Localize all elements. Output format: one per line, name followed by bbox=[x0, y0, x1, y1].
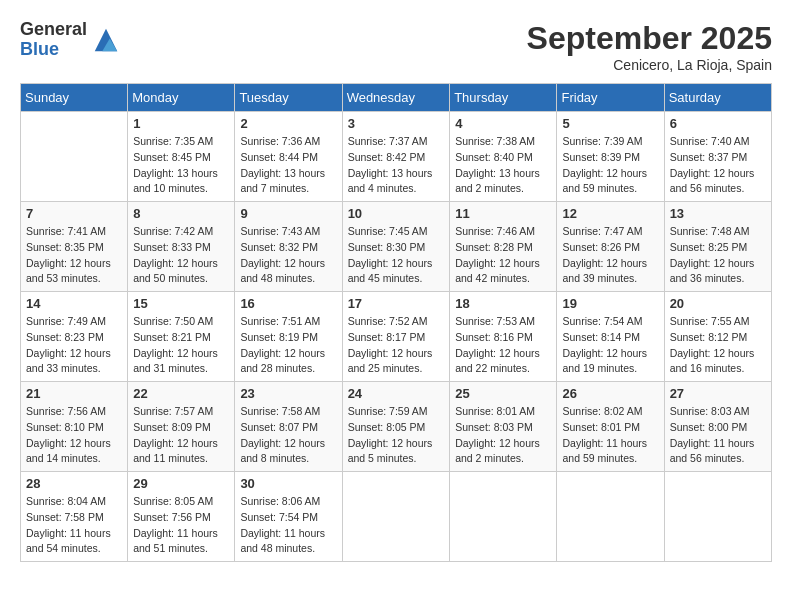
calendar-cell bbox=[21, 112, 128, 202]
location-text: Cenicero, La Rioja, Spain bbox=[527, 57, 772, 73]
day-info: Sunrise: 7:43 AMSunset: 8:32 PMDaylight:… bbox=[240, 224, 336, 287]
day-info: Sunrise: 8:05 AMSunset: 7:56 PMDaylight:… bbox=[133, 494, 229, 557]
logo-general-text: General bbox=[20, 20, 87, 40]
calendar-cell: 24Sunrise: 7:59 AMSunset: 8:05 PMDayligh… bbox=[342, 382, 450, 472]
day-info: Sunrise: 7:55 AMSunset: 8:12 PMDaylight:… bbox=[670, 314, 766, 377]
day-info: Sunrise: 7:49 AMSunset: 8:23 PMDaylight:… bbox=[26, 314, 122, 377]
day-info: Sunrise: 7:59 AMSunset: 8:05 PMDaylight:… bbox=[348, 404, 445, 467]
calendar-cell: 4Sunrise: 7:38 AMSunset: 8:40 PMDaylight… bbox=[450, 112, 557, 202]
calendar-cell: 12Sunrise: 7:47 AMSunset: 8:26 PMDayligh… bbox=[557, 202, 664, 292]
weekday-header: Tuesday bbox=[235, 84, 342, 112]
title-block: September 2025 Cenicero, La Rioja, Spain bbox=[527, 20, 772, 73]
day-info: Sunrise: 8:01 AMSunset: 8:03 PMDaylight:… bbox=[455, 404, 551, 467]
day-info: Sunrise: 7:37 AMSunset: 8:42 PMDaylight:… bbox=[348, 134, 445, 197]
day-number: 28 bbox=[26, 476, 122, 491]
day-number: 27 bbox=[670, 386, 766, 401]
calendar-cell: 1Sunrise: 7:35 AMSunset: 8:45 PMDaylight… bbox=[128, 112, 235, 202]
calendar-cell: 15Sunrise: 7:50 AMSunset: 8:21 PMDayligh… bbox=[128, 292, 235, 382]
day-number: 19 bbox=[562, 296, 658, 311]
day-number: 5 bbox=[562, 116, 658, 131]
logo: General Blue bbox=[20, 20, 121, 60]
day-info: Sunrise: 7:57 AMSunset: 8:09 PMDaylight:… bbox=[133, 404, 229, 467]
calendar-cell: 8Sunrise: 7:42 AMSunset: 8:33 PMDaylight… bbox=[128, 202, 235, 292]
calendar-cell: 21Sunrise: 7:56 AMSunset: 8:10 PMDayligh… bbox=[21, 382, 128, 472]
calendar-cell: 18Sunrise: 7:53 AMSunset: 8:16 PMDayligh… bbox=[450, 292, 557, 382]
day-number: 2 bbox=[240, 116, 336, 131]
month-title: September 2025 bbox=[527, 20, 772, 57]
day-info: Sunrise: 7:41 AMSunset: 8:35 PMDaylight:… bbox=[26, 224, 122, 287]
calendar-cell: 23Sunrise: 7:58 AMSunset: 8:07 PMDayligh… bbox=[235, 382, 342, 472]
calendar-cell bbox=[450, 472, 557, 562]
day-number: 16 bbox=[240, 296, 336, 311]
day-number: 24 bbox=[348, 386, 445, 401]
day-info: Sunrise: 7:53 AMSunset: 8:16 PMDaylight:… bbox=[455, 314, 551, 377]
calendar-cell: 22Sunrise: 7:57 AMSunset: 8:09 PMDayligh… bbox=[128, 382, 235, 472]
day-info: Sunrise: 7:52 AMSunset: 8:17 PMDaylight:… bbox=[348, 314, 445, 377]
calendar-cell: 27Sunrise: 8:03 AMSunset: 8:00 PMDayligh… bbox=[664, 382, 771, 472]
calendar-cell: 7Sunrise: 7:41 AMSunset: 8:35 PMDaylight… bbox=[21, 202, 128, 292]
day-info: Sunrise: 7:45 AMSunset: 8:30 PMDaylight:… bbox=[348, 224, 445, 287]
weekday-header: Saturday bbox=[664, 84, 771, 112]
day-number: 6 bbox=[670, 116, 766, 131]
day-number: 12 bbox=[562, 206, 658, 221]
calendar-cell: 30Sunrise: 8:06 AMSunset: 7:54 PMDayligh… bbox=[235, 472, 342, 562]
day-info: Sunrise: 7:50 AMSunset: 8:21 PMDaylight:… bbox=[133, 314, 229, 377]
day-info: Sunrise: 8:04 AMSunset: 7:58 PMDaylight:… bbox=[26, 494, 122, 557]
day-info: Sunrise: 7:47 AMSunset: 8:26 PMDaylight:… bbox=[562, 224, 658, 287]
calendar-header-row: SundayMondayTuesdayWednesdayThursdayFrid… bbox=[21, 84, 772, 112]
day-number: 10 bbox=[348, 206, 445, 221]
calendar-week-row: 21Sunrise: 7:56 AMSunset: 8:10 PMDayligh… bbox=[21, 382, 772, 472]
calendar-cell: 2Sunrise: 7:36 AMSunset: 8:44 PMDaylight… bbox=[235, 112, 342, 202]
calendar-cell: 13Sunrise: 7:48 AMSunset: 8:25 PMDayligh… bbox=[664, 202, 771, 292]
calendar-cell: 25Sunrise: 8:01 AMSunset: 8:03 PMDayligh… bbox=[450, 382, 557, 472]
day-info: Sunrise: 7:58 AMSunset: 8:07 PMDaylight:… bbox=[240, 404, 336, 467]
calendar-cell: 11Sunrise: 7:46 AMSunset: 8:28 PMDayligh… bbox=[450, 202, 557, 292]
day-number: 20 bbox=[670, 296, 766, 311]
day-number: 7 bbox=[26, 206, 122, 221]
weekday-header: Friday bbox=[557, 84, 664, 112]
day-info: Sunrise: 7:36 AMSunset: 8:44 PMDaylight:… bbox=[240, 134, 336, 197]
day-number: 22 bbox=[133, 386, 229, 401]
calendar-week-row: 28Sunrise: 8:04 AMSunset: 7:58 PMDayligh… bbox=[21, 472, 772, 562]
day-number: 21 bbox=[26, 386, 122, 401]
day-info: Sunrise: 7:51 AMSunset: 8:19 PMDaylight:… bbox=[240, 314, 336, 377]
weekday-header: Monday bbox=[128, 84, 235, 112]
day-number: 30 bbox=[240, 476, 336, 491]
day-info: Sunrise: 7:46 AMSunset: 8:28 PMDaylight:… bbox=[455, 224, 551, 287]
day-info: Sunrise: 7:35 AMSunset: 8:45 PMDaylight:… bbox=[133, 134, 229, 197]
calendar-cell: 29Sunrise: 8:05 AMSunset: 7:56 PMDayligh… bbox=[128, 472, 235, 562]
calendar-table: SundayMondayTuesdayWednesdayThursdayFrid… bbox=[20, 83, 772, 562]
calendar-cell bbox=[342, 472, 450, 562]
calendar-cell: 14Sunrise: 7:49 AMSunset: 8:23 PMDayligh… bbox=[21, 292, 128, 382]
calendar-cell: 10Sunrise: 7:45 AMSunset: 8:30 PMDayligh… bbox=[342, 202, 450, 292]
calendar-cell bbox=[664, 472, 771, 562]
logo-blue-text: Blue bbox=[20, 40, 87, 60]
day-number: 18 bbox=[455, 296, 551, 311]
day-info: Sunrise: 8:03 AMSunset: 8:00 PMDaylight:… bbox=[670, 404, 766, 467]
day-info: Sunrise: 8:06 AMSunset: 7:54 PMDaylight:… bbox=[240, 494, 336, 557]
day-number: 11 bbox=[455, 206, 551, 221]
day-number: 29 bbox=[133, 476, 229, 491]
calendar-cell: 16Sunrise: 7:51 AMSunset: 8:19 PMDayligh… bbox=[235, 292, 342, 382]
weekday-header: Thursday bbox=[450, 84, 557, 112]
day-number: 17 bbox=[348, 296, 445, 311]
day-number: 23 bbox=[240, 386, 336, 401]
page-header: General Blue September 2025 Cenicero, La… bbox=[20, 20, 772, 73]
day-number: 3 bbox=[348, 116, 445, 131]
day-number: 8 bbox=[133, 206, 229, 221]
logo-icon bbox=[91, 25, 121, 55]
weekday-header: Wednesday bbox=[342, 84, 450, 112]
day-number: 14 bbox=[26, 296, 122, 311]
calendar-cell: 6Sunrise: 7:40 AMSunset: 8:37 PMDaylight… bbox=[664, 112, 771, 202]
day-number: 4 bbox=[455, 116, 551, 131]
day-number: 25 bbox=[455, 386, 551, 401]
day-info: Sunrise: 7:56 AMSunset: 8:10 PMDaylight:… bbox=[26, 404, 122, 467]
day-number: 1 bbox=[133, 116, 229, 131]
calendar-week-row: 1Sunrise: 7:35 AMSunset: 8:45 PMDaylight… bbox=[21, 112, 772, 202]
calendar-cell: 28Sunrise: 8:04 AMSunset: 7:58 PMDayligh… bbox=[21, 472, 128, 562]
day-info: Sunrise: 7:54 AMSunset: 8:14 PMDaylight:… bbox=[562, 314, 658, 377]
day-number: 9 bbox=[240, 206, 336, 221]
calendar-week-row: 14Sunrise: 7:49 AMSunset: 8:23 PMDayligh… bbox=[21, 292, 772, 382]
day-info: Sunrise: 7:40 AMSunset: 8:37 PMDaylight:… bbox=[670, 134, 766, 197]
calendar-cell: 5Sunrise: 7:39 AMSunset: 8:39 PMDaylight… bbox=[557, 112, 664, 202]
